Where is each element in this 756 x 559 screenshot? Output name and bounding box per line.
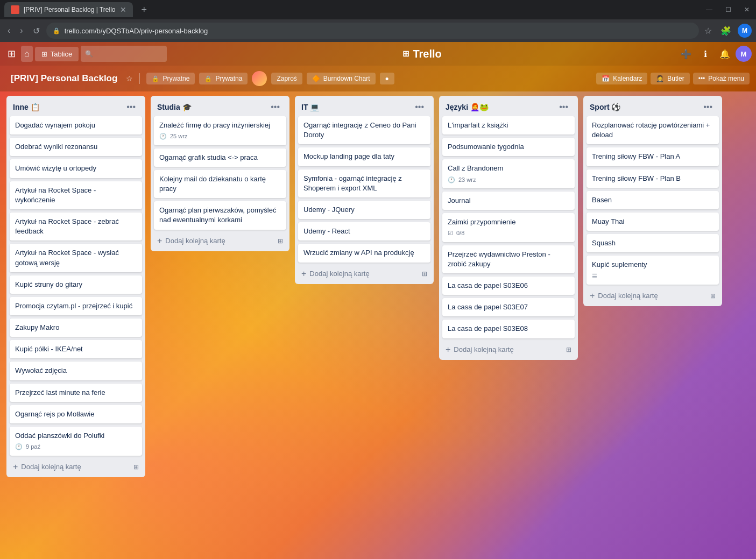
list-add-card-button-sport[interactable]: +Dodaj kolejną kartę⊞ (583, 288, 722, 306)
table-row[interactable]: Udemy - React (298, 222, 430, 240)
description-icon: ☰ (592, 272, 597, 280)
board-invite-button[interactable]: Zaproś (271, 73, 302, 84)
table-row[interactable]: Zaimki przypomnienie☑0/8 (442, 213, 575, 242)
table-row[interactable]: Call z Brandonem🕐23 wrz (442, 159, 575, 188)
table-row[interactable]: La casa de papel S03E08 (442, 320, 575, 338)
list-add-card-button-it[interactable]: +Dodaj kolejną kartę⊞ (295, 266, 434, 284)
card-text: Artykuł na Rocket Space - zebrać feedbac… (15, 217, 137, 236)
board-burndown-button[interactable]: 🔶 Burndown Chart (307, 73, 376, 84)
table-row[interactable]: Trening siłowy FBW - Plan B (587, 169, 719, 188)
browser-new-tab-button[interactable]: + (137, 2, 152, 18)
trello-logo-icon: ⊞ (402, 49, 409, 59)
table-row[interactable]: Journal (442, 192, 575, 210)
table-row[interactable]: Promocja czytam.pl - przejrzeć i kupić (10, 297, 142, 315)
table-row[interactable]: Artykuł na Rocket Space - zebrać feedbac… (10, 213, 142, 240)
table-row[interactable]: Wywołać zdjęcia (10, 362, 142, 380)
header-home-button[interactable]: ⌂ (21, 46, 33, 62)
list-menu-button-jezyki[interactable]: ••• (556, 101, 571, 113)
list-add-card-button-inne[interactable]: +Dodaj kolejną kartę⊞ (6, 459, 145, 477)
boards-label: Tablice (51, 50, 72, 58)
board-privacy2-button[interactable]: 🔒 Prywatna (199, 73, 248, 84)
header-left: ⊞ ⌂ ⊞ Tablice 🔍 (4, 45, 167, 63)
table-row[interactable]: Udemy - JQuery (298, 201, 430, 219)
card-text: Kupić półki - IKEA/net (15, 344, 137, 354)
table-row[interactable]: Trening siłowy FBW - Plan A (587, 147, 719, 166)
table-row[interactable]: Umówić wizytę u ortopedy (10, 159, 142, 178)
table-row[interactable]: Przejrzeć wydawnictwo Preston - zrobić z… (442, 245, 575, 273)
table-row[interactable]: Ogarnąć integrację z Ceneo do Pani Dorot… (298, 116, 430, 144)
table-row[interactable]: Ogarnąć plan pierwszaków, pomyśleć nad e… (154, 201, 286, 229)
card-text: Artykuł na Rocket Space - wykończenie (15, 186, 137, 205)
board-privacy-button[interactable]: 🔒 Prywatne (146, 73, 195, 84)
browser-maximize-button[interactable]: ☐ (723, 4, 733, 16)
browser-reload-button[interactable]: ↺ (30, 23, 43, 39)
table-row[interactable]: Ogarnąć grafik studia <-> praca (154, 148, 286, 167)
list-menu-button-studia[interactable]: ••• (267, 101, 283, 113)
table-row[interactable]: Podsumowanie tygodnia (442, 138, 575, 156)
browser-close-button[interactable]: ✕ (742, 4, 752, 16)
board-right-actions: 📅 Kalendarz 🤵 Butler ••• Pokaż menu (596, 73, 750, 84)
board-calendar-button[interactable]: 📅 Kalendarz (596, 73, 647, 84)
board-butler-button[interactable]: 🤵 Butler (651, 73, 689, 84)
header-info-button[interactable]: ℹ (697, 45, 714, 62)
list-menu-button-sport[interactable]: ••• (700, 101, 716, 113)
browser-back-button[interactable]: ‹ (4, 23, 13, 39)
browser-address-bar[interactable]: 🔒 trello.com/b/yDQSTbAD/priv-personal-ba… (46, 23, 699, 39)
table-row[interactable]: Kolejny mail do dziekanatu o kartę pracy (154, 170, 286, 198)
card-text: Przejrzeć last minute na ferie (15, 388, 137, 398)
table-row[interactable]: Symfonia - ogarnąć integrację z Shoperem… (298, 169, 430, 197)
list-menu-button-inne[interactable]: ••• (123, 101, 139, 113)
list-it: IT 💻•••Ogarnąć integrację z Ceneo do Pan… (295, 96, 434, 284)
table-row[interactable]: Zakupy Makro (10, 319, 142, 337)
list-add-card-button-jezyki[interactable]: +Dodaj kolejną kartę⊞ (439, 342, 578, 360)
table-row[interactable]: Kupić suplementy☰ (587, 256, 719, 285)
board-title[interactable]: [PRIV] Personal Backlog (6, 71, 122, 86)
add-card-icon: + (157, 236, 162, 246)
list-add-card-button-studia[interactable]: +Dodaj kolejną kartę⊞ (151, 233, 289, 251)
table-row[interactable]: Odebrać wyniki rezonansu (10, 138, 142, 156)
header-notifications-button[interactable]: 🔔 (716, 45, 733, 62)
table-row[interactable]: Artykuł na Rocket Space - wysłać gotową … (10, 244, 142, 272)
browser-extensions-icon[interactable]: 🧩 (718, 24, 733, 38)
table-row[interactable]: Przejrzeć last minute na ferie (10, 384, 142, 402)
browser-star-icon[interactable]: ☆ (702, 24, 714, 38)
table-row[interactable]: Wrzucić zmiany w API na produkcję (298, 244, 430, 262)
table-row[interactable]: Rozplanować rotację powtórzeniami + delo… (587, 116, 719, 144)
card-text: L'imparfait z książki (448, 121, 569, 130)
list-header-it: IT 💻••• (295, 96, 434, 116)
table-row[interactable]: Basen (587, 191, 719, 209)
list-inne: Inne 📋•••Dogadać wynajem pokojuOdebrać w… (6, 96, 145, 477)
board-member-avatar[interactable] (252, 71, 267, 86)
table-row[interactable]: La casa de papel S03E07 (442, 298, 575, 316)
board-star-button[interactable]: ☆ (126, 74, 133, 83)
header-boards-button[interactable]: ⊞ Tablice (35, 47, 79, 61)
table-row[interactable]: Mockup landing page dla taty (298, 147, 430, 166)
header-search-input[interactable] (81, 46, 167, 62)
table-row[interactable]: Artykuł na Rocket Space - wykończenie (10, 181, 142, 209)
list-menu-button-it[interactable]: ••• (412, 101, 427, 113)
table-row[interactable]: Ogarnąć rejs po Motławie (10, 405, 142, 423)
browser-minimize-button[interactable]: — (704, 4, 715, 16)
table-row[interactable]: Squash (587, 234, 719, 252)
table-row[interactable]: La casa de papel S03E06 (442, 277, 575, 295)
table-row[interactable]: Dogadać wynajem pokoju (10, 116, 142, 135)
table-row[interactable]: Kupić półki - IKEA/net (10, 340, 142, 358)
table-row[interactable]: Kupić struny do gitary (10, 275, 142, 294)
browser-user-avatar[interactable]: M (738, 24, 752, 38)
table-row[interactable]: L'imparfait z książki (442, 116, 575, 135)
board-menu-button[interactable]: ••• Pokaż menu (693, 73, 750, 84)
header-grid-icon[interactable]: ⊞ (4, 45, 19, 63)
header-user-avatar[interactable]: M (736, 46, 752, 62)
card-text: Umówić wizytę u ortopedy (15, 164, 137, 173)
card-text: Mockup landing page dla taty (303, 152, 425, 161)
table-row[interactable]: Znaleźć firmę do pracy inżynierskiej🕐25 … (154, 116, 286, 145)
table-row[interactable]: Muay Thai (587, 213, 719, 231)
table-row[interactable]: Oddać planszówki do Polufki🕐9 paź (10, 427, 142, 456)
list-cards-it: Ogarnąć integrację z Ceneo do Pani Dorot… (295, 116, 434, 266)
header-add-button[interactable]: ➕ (677, 45, 695, 62)
browser-forward-button[interactable]: › (17, 23, 26, 39)
board-extra-button[interactable]: ● (380, 73, 394, 84)
browser-tab[interactable]: [PRIV] Personal Backlog | Trello ✕ (4, 2, 133, 17)
browser-tab-close[interactable]: ✕ (120, 5, 126, 14)
card-text: La casa de papel S03E08 (448, 324, 569, 334)
